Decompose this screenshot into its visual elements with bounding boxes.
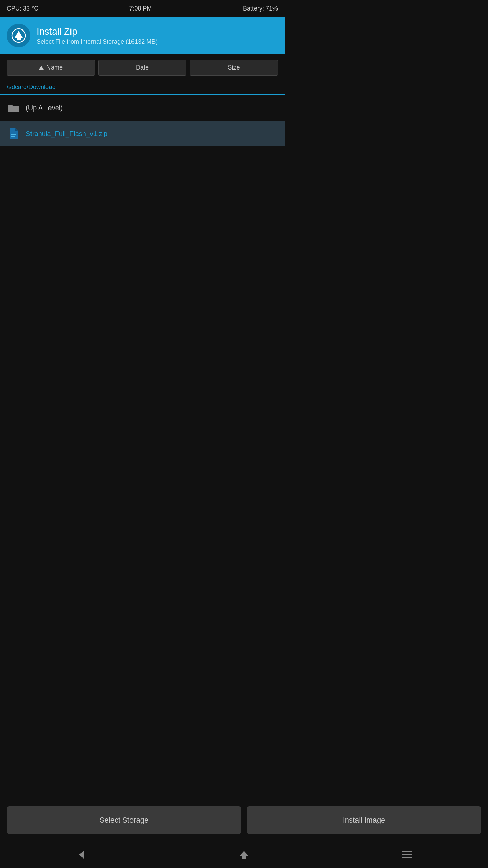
battery-status: Battery: 71% [243,5,278,12]
folder-name: (Up A Level) [26,104,63,112]
app-header: Install Zip Select File from Internal St… [0,17,285,54]
sort-arrow-icon [39,66,44,70]
svg-rect-3 [11,133,16,133]
list-item[interactable]: (Up A Level) [0,95,285,121]
header-text: Install Zip Select File from Internal St… [37,26,158,45]
sort-date-button[interactable]: Date [98,60,186,76]
time-status: 7:08 PM [129,5,152,12]
file-icon [7,127,20,140]
sort-name-label: Name [46,64,63,71]
file-list: (Up A Level) Stranula_Full_Flash_v1.zip [0,95,285,502]
sort-name-button[interactable]: Name [7,60,95,76]
app-subtitle: Select File from Internal Storage (16132… [37,38,158,45]
sort-size-button[interactable]: Size [190,60,278,76]
svg-rect-5 [11,136,15,137]
cpu-status: CPU: 33 °C [7,5,38,12]
current-path: /sdcard/Download [7,84,56,91]
path-bar: /sdcard/Download [0,81,285,95]
sort-bar: Name Date Size [0,54,285,81]
svg-rect-2 [17,38,21,40]
sort-size-label: Size [228,64,240,71]
list-item[interactable]: Stranula_Full_Flash_v1.zip [0,121,285,146]
app-title: Install Zip [37,26,158,37]
app-icon [7,24,30,47]
status-bar: CPU: 33 °C 7:08 PM Battery: 71% [0,0,285,17]
svg-marker-1 [15,31,23,38]
svg-rect-4 [11,134,16,135]
sort-date-label: Date [136,64,149,71]
file-name: Stranula_Full_Flash_v1.zip [26,130,107,138]
folder-icon [7,101,20,115]
main-content: Name Date Size /sdcard/Download (Up A Le… [0,54,285,502]
